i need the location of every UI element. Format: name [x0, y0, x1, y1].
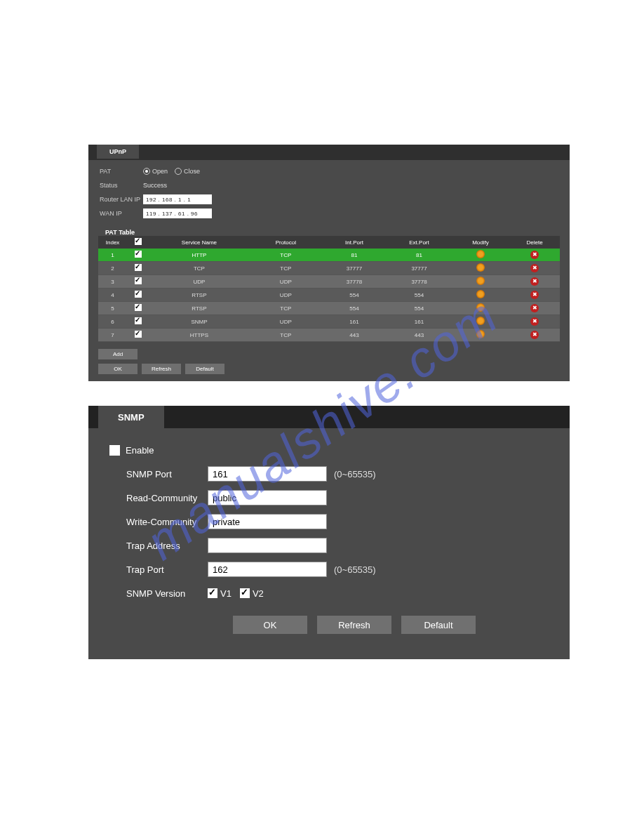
cell-intport: 554 [322, 302, 387, 315]
trap-port-hint: (0~65535) [334, 564, 376, 575]
router-ip-input[interactable]: 192 . 168 . 1 . 1 [143, 194, 212, 204]
snmp-version-label: SNMP Version [109, 588, 208, 599]
table-row[interactable]: 3UDPUDP3777837778✖ [98, 275, 560, 289]
trap-port-label: Trap Port [109, 564, 208, 575]
pat-open-radio[interactable] [143, 168, 150, 175]
cell-intport: 161 [322, 315, 387, 329]
cell-index: 6 [98, 315, 127, 329]
pat-close-radio[interactable] [175, 168, 182, 175]
cell-intport: 443 [322, 329, 387, 342]
cell-protocol: UDP [250, 315, 322, 329]
pat-label: PAT [100, 168, 143, 175]
cell-service: HTTP [149, 249, 250, 262]
row-checkbox[interactable] [135, 277, 142, 284]
cell-protocol: UDP [250, 275, 322, 289]
snmp-default-button[interactable]: Default [401, 616, 476, 634]
cell-index: 3 [98, 275, 127, 289]
cell-service: TCP [149, 262, 250, 275]
cell-service: HTTPS [149, 329, 250, 342]
trap-port-input[interactable]: 162 [208, 562, 327, 577]
snmp-body: Enable SNMP Port 161 (0~65535) Read-Comm… [88, 428, 570, 634]
row-checkbox[interactable] [135, 317, 142, 324]
snmp-tabbar: SNMP [88, 406, 570, 428]
snmp-ok-button[interactable]: OK [233, 616, 307, 634]
enable-checkbox[interactable] [109, 445, 120, 456]
cell-protocol: TCP [250, 329, 322, 342]
cell-intport: 37778 [322, 275, 387, 289]
add-button[interactable]: Add [98, 349, 137, 359]
col-protocol: Protocol [250, 236, 322, 249]
tab-upnp[interactable]: UPnP [97, 145, 139, 159]
col-extport: Ext.Port [387, 236, 452, 249]
delete-icon[interactable]: ✖ [530, 264, 539, 272]
delete-icon[interactable]: ✖ [530, 251, 539, 259]
ok-button[interactable]: OK [98, 364, 137, 374]
table-row[interactable]: 4RTSPUDP554554✖ [98, 289, 560, 302]
cell-service: SNMP [149, 315, 250, 329]
col-intport: Int.Port [322, 236, 387, 249]
delete-icon[interactable]: ✖ [530, 277, 539, 286]
table-row[interactable]: 7HTTPSTCP443443✖ [98, 329, 560, 342]
cell-protocol: UDP [250, 289, 322, 302]
delete-icon[interactable]: ✖ [530, 317, 539, 326]
cell-extport: 554 [387, 289, 452, 302]
wan-ip-input[interactable]: 119 . 137 . 61 . 96 [143, 208, 212, 218]
edit-icon[interactable] [476, 330, 485, 338]
edit-icon[interactable] [476, 250, 485, 258]
table-row[interactable]: 2TCPTCP3777737777✖ [98, 262, 560, 275]
v1-checkbox[interactable] [208, 588, 217, 598]
cell-extport: 443 [387, 329, 452, 342]
delete-icon[interactable]: ✖ [530, 304, 539, 312]
header-checkbox[interactable] [135, 238, 142, 245]
v1-label: V1 [220, 588, 232, 599]
table-row[interactable]: 1HTTPTCP8181✖ [98, 249, 560, 262]
table-row[interactable]: 6SNMPUDP161161✖ [98, 315, 560, 329]
trap-address-input[interactable] [208, 538, 327, 553]
cell-protocol: TCP [250, 262, 322, 275]
edit-icon[interactable] [476, 263, 485, 272]
edit-icon[interactable] [476, 290, 485, 298]
snmp-refresh-button[interactable]: Refresh [317, 616, 391, 634]
table-row[interactable]: 5RTSPTCP554554✖ [98, 302, 560, 315]
default-button[interactable]: Default [185, 364, 224, 374]
row-checkbox[interactable] [135, 291, 142, 298]
wan-ip-label: WAN IP [100, 210, 143, 217]
enable-label: Enable [126, 445, 154, 456]
cell-intport: 554 [322, 289, 387, 302]
col-modify: Modify [452, 236, 509, 249]
pat-table-title: PAT Table [105, 229, 570, 236]
edit-icon[interactable] [476, 303, 485, 312]
read-community-input[interactable]: public [208, 490, 327, 505]
cell-extport: 161 [387, 315, 452, 329]
snmp-port-input[interactable]: 161 [208, 466, 327, 482]
cell-extport: 37778 [387, 275, 452, 289]
col-delete: Delete [509, 236, 560, 249]
delete-icon[interactable]: ✖ [530, 291, 539, 299]
cell-index: 1 [98, 249, 127, 262]
tab-snmp[interactable]: SNMP [98, 406, 164, 429]
cell-extport: 554 [387, 302, 452, 315]
cell-intport: 81 [322, 249, 387, 262]
row-checkbox[interactable] [135, 304, 142, 311]
edit-icon[interactable] [476, 317, 485, 325]
row-checkbox[interactable] [135, 331, 142, 338]
read-community-label: Read-Community [109, 493, 208, 503]
edit-icon[interactable] [476, 277, 485, 285]
trap-address-label: Trap Address [109, 541, 208, 551]
delete-icon[interactable]: ✖ [530, 331, 539, 339]
write-community-input[interactable]: private [208, 514, 327, 529]
cell-index: 4 [98, 289, 127, 302]
col-service: Service Name [149, 236, 250, 249]
cell-index: 2 [98, 262, 127, 275]
col-index: Index [98, 236, 127, 249]
pat-header-row: Index Service Name Protocol Int.Port Ext… [98, 236, 560, 249]
v2-checkbox[interactable] [240, 588, 250, 598]
pat-open-label: Open [152, 168, 168, 175]
row-checkbox[interactable] [135, 264, 142, 271]
snmp-port-label: SNMP Port [109, 469, 208, 479]
cell-extport: 37777 [387, 262, 452, 275]
refresh-button[interactable]: Refresh [142, 364, 181, 374]
snmp-port-hint: (0~65535) [334, 469, 376, 479]
row-checkbox[interactable] [135, 251, 142, 258]
cell-service: RTSP [149, 289, 250, 302]
